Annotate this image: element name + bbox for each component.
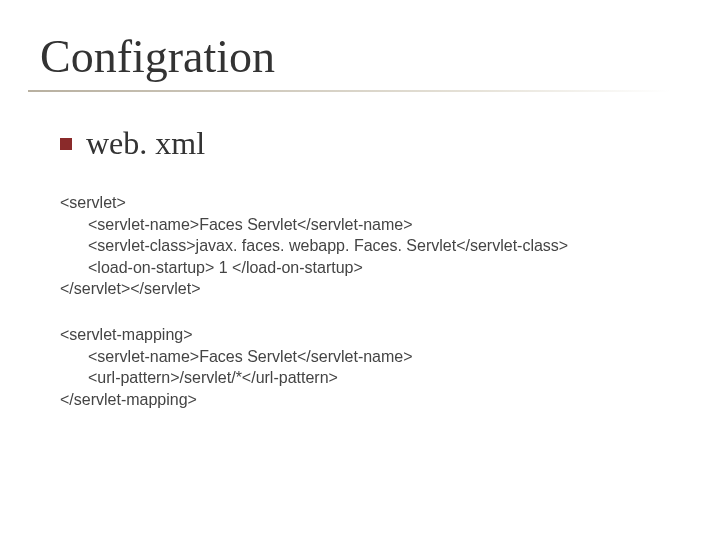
title-underline (28, 90, 670, 92)
code-line: </servlet></servlet> (60, 280, 201, 297)
slide: Configration web. xml <servlet> <servlet… (0, 0, 720, 540)
page-title: Configration (40, 30, 670, 83)
bullet-square-icon (60, 138, 72, 150)
code-block-mapping: <servlet-mapping> <servlet-name>Faces Se… (60, 324, 670, 410)
code-line: <load-on-startup> 1 </load-on-startup> (60, 257, 670, 279)
code-line: <servlet-mapping> (60, 326, 193, 343)
code-line: <servlet-class>javax. faces. webapp. Fac… (60, 235, 670, 257)
code-line: <url-pattern>/servlet/*</url-pattern> (60, 367, 670, 389)
code-line: </servlet-mapping> (60, 391, 197, 408)
bullet-item: web. xml (60, 125, 670, 162)
code-line: <servlet-name>Faces Servlet</servlet-nam… (60, 346, 670, 368)
code-line: <servlet> (60, 194, 126, 211)
code-line: <servlet-name>Faces Servlet</servlet-nam… (60, 214, 670, 236)
subheading: web. xml (86, 125, 205, 162)
code-block-servlet: <servlet> <servlet-name>Faces Servlet</s… (60, 192, 670, 300)
